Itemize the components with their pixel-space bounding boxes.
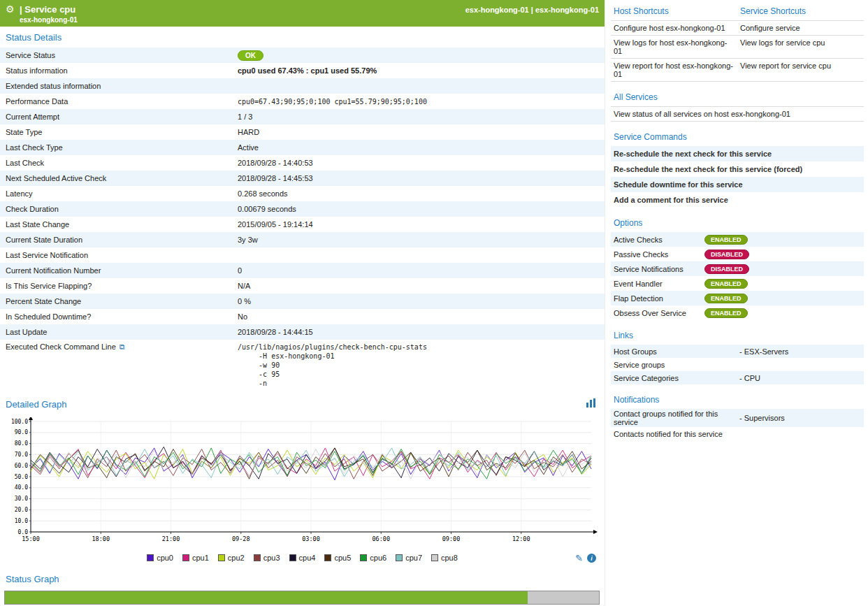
service-command-link[interactable]: Re-schedule the next check for this serv… bbox=[611, 146, 864, 161]
page-title: | Service cpu bbox=[20, 4, 75, 15]
status-row: Last Check TypeActive bbox=[0, 140, 605, 155]
option-badge-event-handler[interactable]: ENABLED bbox=[704, 279, 748, 289]
option-label: Passive Checks bbox=[614, 250, 704, 259]
gear-icon[interactable]: ⚙ bbox=[6, 3, 15, 15]
status-details-table: Service StatusOKStatus informationcpu0 u… bbox=[0, 48, 605, 394]
shortcuts-row: Configure host esx-hongkong-01Configure … bbox=[611, 20, 864, 35]
status-row: Current Notification Number0 bbox=[0, 263, 605, 278]
status-row-label: Last Update bbox=[6, 328, 238, 336]
service-command-link[interactable]: Re-schedule the next check for this serv… bbox=[611, 161, 864, 177]
detailed-graph-section: Detailed Graph 0.010.020.030.040.050.060… bbox=[0, 394, 605, 568]
app-header: ⚙ | Service cpu esx-hongkong-01 | esx-ho… bbox=[0, 0, 605, 27]
pencil-icon[interactable]: ✎ bbox=[575, 553, 583, 563]
status-row-label: Current Attempt bbox=[6, 113, 238, 121]
host-shortcut-link[interactable]: Configure host esx-hongkong-01 bbox=[611, 21, 737, 35]
link-row: Service Categories- CPU bbox=[611, 371, 864, 384]
option-badge-flap-detection[interactable]: ENABLED bbox=[704, 294, 748, 303]
service-shortcuts-heading: Service Shortcuts bbox=[737, 1, 864, 20]
svg-text:20.0: 20.0 bbox=[15, 507, 28, 513]
legend-swatch bbox=[147, 554, 154, 561]
legend-swatch bbox=[289, 554, 296, 561]
copy-icon[interactable]: ⧉ bbox=[120, 342, 125, 351]
status-row-label: Executed Check Command Line⧉ bbox=[6, 342, 238, 352]
links-heading: Links bbox=[611, 326, 864, 345]
header-host-subtitle: esx-hongkong-01 bbox=[20, 16, 599, 24]
status-row-value: No bbox=[238, 312, 605, 321]
main-panel: ⚙ | Service cpu esx-hongkong-01 | esx-ho… bbox=[0, 0, 605, 606]
notification-label: Contacts notified for this service bbox=[614, 430, 739, 438]
info-icon[interactable]: i bbox=[587, 554, 596, 563]
legend-swatch bbox=[360, 554, 367, 561]
status-row: Service StatusOK bbox=[0, 48, 605, 63]
option-badge-service-notifications[interactable]: DISABLED bbox=[704, 264, 749, 274]
legend-swatch bbox=[218, 554, 225, 561]
host-shortcut-link[interactable]: View logs for host esx-hongkong-01 bbox=[611, 36, 737, 58]
status-row-value: 1 / 3 bbox=[238, 113, 605, 121]
svg-text:06:00: 06:00 bbox=[372, 535, 390, 542]
status-row: Extended status information bbox=[0, 78, 605, 94]
legend-swatch bbox=[254, 554, 261, 561]
option-label: Event Handler bbox=[614, 280, 704, 288]
status-row-value: cpu0 used 67.43% : cpu1 used 55.79% bbox=[238, 66, 605, 75]
detailed-graph-heading: Detailed Graph bbox=[0, 394, 72, 414]
sidebar: Host Shortcuts Service Shortcuts Configu… bbox=[605, 0, 868, 606]
svg-text:21:00: 21:00 bbox=[162, 535, 180, 542]
status-row: Executed Check Command Line⧉/usr/lib/nag… bbox=[0, 340, 605, 394]
graph-actions: ✎ i bbox=[575, 553, 596, 563]
option-row: Passive ChecksDISABLED bbox=[611, 247, 864, 261]
service-shortcut-link[interactable]: View report for service cpu bbox=[737, 59, 864, 81]
status-row-label: Last Service Notification bbox=[6, 251, 238, 259]
status-graph-nodata-segment bbox=[528, 591, 599, 604]
host-shortcut-link[interactable]: View report for host esx-hongkong-01 bbox=[611, 59, 737, 81]
status-row-value: 2015/09/05 - 19:14:14 bbox=[238, 220, 605, 229]
status-graph-section: Status Graph 15:0018:0021:0009-2803:0006… bbox=[0, 568, 605, 606]
host-shortcuts-heading: Host Shortcuts bbox=[611, 1, 737, 20]
link-label: Service Categories bbox=[614, 374, 739, 382]
detailed-graph-chart[interactable]: 0.010.020.030.040.050.060.070.080.090.01… bbox=[3, 417, 598, 547]
status-row-value: HARD bbox=[238, 128, 605, 136]
status-row-label: Extended status information bbox=[6, 82, 238, 90]
status-row: Last Service Notification bbox=[0, 247, 605, 263]
status-graph-up-segment bbox=[5, 591, 528, 604]
chart-icon[interactable] bbox=[586, 398, 596, 410]
all-services-link[interactable]: View status of all services on host esx-… bbox=[611, 106, 864, 121]
service-command-link[interactable]: Add a comment for this service bbox=[611, 192, 864, 208]
status-graph-bar[interactable] bbox=[4, 591, 600, 605]
service-shortcut-link[interactable]: View logs for service cpu bbox=[737, 36, 864, 58]
status-row-label: Check Duration bbox=[6, 205, 238, 213]
svg-text:60.0: 60.0 bbox=[15, 463, 28, 469]
svg-text:100.0: 100.0 bbox=[11, 419, 28, 425]
legend-label: cpu5 bbox=[334, 554, 351, 562]
notification-value[interactable]: - Supervisors bbox=[739, 414, 861, 422]
status-row-value: 0.00679 seconds bbox=[238, 205, 605, 213]
status-row: State TypeHARD bbox=[0, 124, 605, 140]
option-badge-passive-checks[interactable]: DISABLED bbox=[704, 250, 749, 259]
status-row: Is This Service Flapping?N/A bbox=[0, 278, 605, 294]
shortcuts-row: View logs for host esx-hongkong-01View l… bbox=[611, 35, 864, 58]
option-row: Active ChecksENABLED bbox=[611, 232, 864, 247]
status-row-label: Latency bbox=[6, 189, 238, 198]
legend-label: cpu8 bbox=[441, 554, 458, 562]
option-badge-obsess-over-service[interactable]: ENABLED bbox=[704, 308, 748, 318]
link-value[interactable]: - ESX-Servers bbox=[739, 347, 861, 356]
option-badge-active-checks[interactable]: ENABLED bbox=[704, 235, 748, 245]
status-row-value: 2018/09/28 - 14:45:53 bbox=[238, 174, 605, 182]
status-row-value: /usr/lib/nagios/plugins/check-bench-cpu-… bbox=[238, 342, 605, 388]
svg-text:18:00: 18:00 bbox=[92, 535, 110, 542]
svg-text:10.0: 10.0 bbox=[15, 518, 28, 524]
status-details-section: Status Details Service StatusOKStatus in… bbox=[0, 27, 605, 394]
status-row-label: In Scheduled Downtime? bbox=[6, 312, 238, 321]
status-row: Percent State Change0 % bbox=[0, 294, 605, 309]
status-row: Current State Duration3y 3w bbox=[0, 232, 605, 247]
status-row-value: 3y 3w bbox=[238, 236, 605, 244]
link-value[interactable]: - CPU bbox=[739, 374, 861, 382]
check-command-text: /usr/lib/nagios/plugins/check-bench-cpu-… bbox=[238, 342, 599, 388]
status-row-label: Service Status bbox=[6, 51, 238, 59]
service-commands-heading: Service Commands bbox=[611, 127, 864, 146]
svg-text:80.0: 80.0 bbox=[15, 440, 28, 447]
notification-row: Contacts notified for this service bbox=[611, 427, 864, 440]
legend-item: cpu3 bbox=[254, 554, 280, 562]
status-row-label: Last Check Type bbox=[6, 143, 238, 152]
service-command-link[interactable]: Schedule downtime for this service bbox=[611, 177, 864, 192]
service-shortcut-link[interactable]: Configure service bbox=[737, 21, 864, 35]
